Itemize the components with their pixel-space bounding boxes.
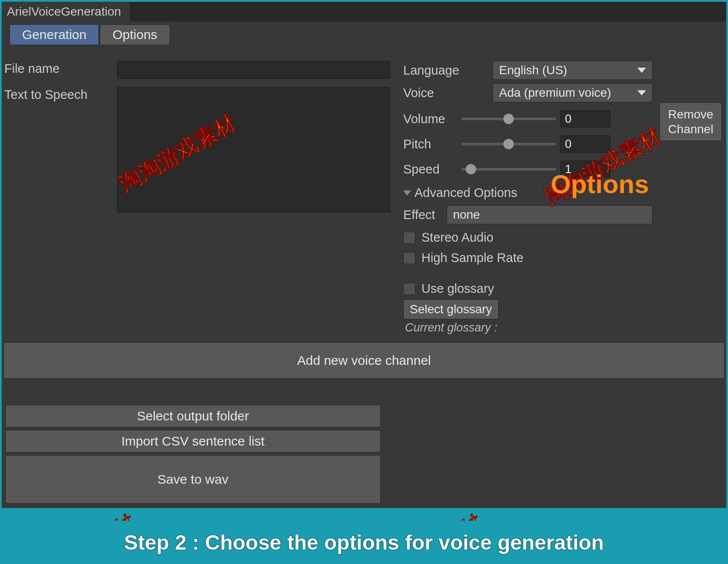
tts-textarea[interactable] [117, 87, 390, 213]
tab-options[interactable]: Options [100, 24, 170, 45]
pitch-thumb[interactable] [503, 139, 514, 149]
voice-dropdown[interactable]: Ada (premium voice) [493, 83, 653, 102]
tts-label: Text to Speech [4, 87, 114, 102]
use-glossary-checkbox[interactable] [403, 283, 415, 295]
caption-bar: Step 2 : Choose the options for voice ge… [0, 521, 728, 564]
stereo-audio-checkbox[interactable] [403, 232, 415, 244]
advanced-options-label: Advanced Options [415, 186, 517, 200]
effect-dropdown[interactable]: none [447, 205, 653, 224]
select-output-folder-button[interactable]: Select output folder [5, 405, 381, 427]
pitch-field[interactable] [560, 135, 610, 153]
tab-strip: Generation Options [2, 22, 726, 45]
select-glossary-button[interactable]: Select glossary [403, 299, 499, 319]
language-label: Language [403, 63, 488, 78]
speed-slider[interactable] [461, 168, 556, 171]
import-csv-button[interactable]: Import CSV sentence list [5, 430, 381, 453]
window-title-tab[interactable]: ArielVoiceGeneration [2, 2, 130, 22]
tab-generation[interactable]: Generation [10, 24, 99, 45]
volume-field[interactable] [560, 110, 610, 128]
file-name-label: File name [4, 61, 114, 76]
window-titlebar: ArielVoiceGeneration [2, 2, 726, 22]
form-area: File name Text to Speech Language Englis… [2, 45, 726, 339]
remove-channel-button[interactable]: Remove Channel [659, 102, 722, 141]
effect-value: none [453, 208, 480, 222]
advanced-options-foldout[interactable]: Advanced Options [403, 186, 653, 200]
chevron-down-icon [637, 90, 646, 95]
speed-field[interactable] [560, 161, 610, 178]
high-sample-rate-label: High Sample Rate [421, 251, 523, 265]
speed-label: Speed [403, 162, 457, 177]
speed-thumb[interactable] [466, 164, 476, 174]
pitch-label: Pitch [403, 137, 457, 151]
caption-text: Step 2 : Choose the options for voice ge… [124, 531, 604, 554]
window-title: ArielVoiceGeneration [7, 5, 121, 19]
effect-label: Effect [403, 208, 435, 222]
stereo-audio-label: Stereo Audio [421, 230, 493, 245]
add-channel-button[interactable]: Add new voice channel [3, 342, 725, 379]
pitch-slider[interactable] [461, 143, 556, 145]
language-value: English (US) [499, 63, 567, 77]
volume-slider[interactable] [461, 118, 556, 120]
voice-value: Ada (premium voice) [499, 86, 611, 100]
use-glossary-label: Use glossary [421, 282, 494, 296]
high-sample-rate-checkbox[interactable] [403, 252, 415, 264]
voice-label: Voice [403, 86, 488, 100]
volume-label: Volume [403, 112, 457, 126]
save-to-wav-button[interactable]: Save to wav [5, 455, 381, 504]
current-glossary-label: Current glossary : [405, 321, 653, 334]
triangle-down-icon [403, 190, 411, 196]
volume-thumb[interactable] [503, 114, 514, 124]
chevron-down-icon [637, 68, 646, 73]
file-name-input[interactable] [117, 61, 390, 79]
language-dropdown[interactable]: English (US) [493, 61, 653, 80]
